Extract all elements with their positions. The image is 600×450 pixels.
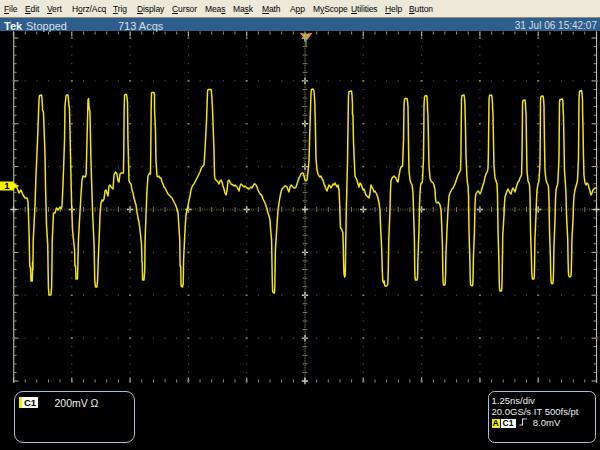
svg-text:1: 1	[4, 180, 10, 191]
